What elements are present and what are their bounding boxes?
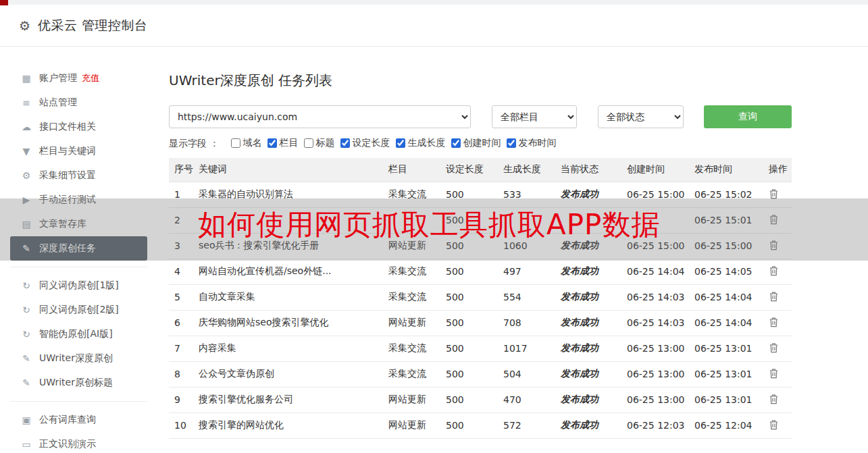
cell-column: 采集交流 [383, 336, 440, 361]
checkbox-input[interactable] [340, 138, 350, 148]
app-window: ⚙ 优采云 管理控制台 ▦账户管理充值≡站点管理☁接口文件相关▼栏目与关键词⚙采… [0, 0, 868, 453]
column-header: 设定长度 [440, 158, 498, 182]
cell-keyword: 搜索引擎优化服务公司 [193, 387, 383, 412]
table-row: 1采集器的自动识别算法采集交流500533发布成功06-25 15:0006-2… [169, 182, 792, 207]
cell-column: 采集交流 [383, 182, 440, 207]
column-filter-select[interactable]: 全部栏目 [492, 105, 577, 128]
sidebar-item[interactable]: ↻智能伪原创[AI版] [10, 322, 147, 346]
cell-actions [763, 207, 792, 233]
cell-created [621, 207, 689, 233]
display-fields-row: 显示字段 ： 域名栏目标题设定长度生成长度创建时间发布时间 [169, 137, 562, 150]
sidebar-item[interactable]: ☁接口文件相关 [10, 115, 147, 139]
sidebar-item-label: 深度原创任务 [39, 242, 96, 255]
refresh-icon: ↻ [19, 329, 34, 340]
checkbox-input[interactable] [231, 138, 240, 148]
delete-icon[interactable] [769, 419, 779, 430]
checkbox-label: 创建时间 [463, 137, 501, 149]
gear-icon[interactable]: ⚙ [19, 18, 30, 33]
display-field-checkbox[interactable]: 域名 [231, 137, 261, 149]
sidebar-item-label: 采集细节设置 [39, 169, 96, 182]
display-field-checkbox[interactable]: 标题 [304, 137, 334, 149]
checkbox-input[interactable] [507, 138, 516, 148]
cell-column: 采集交流 [383, 361, 440, 387]
sidebar-item-label: UWriter深度原创 [39, 352, 113, 365]
checkbox-input[interactable] [304, 138, 313, 148]
cell-actions [763, 412, 792, 438]
cell-status [555, 207, 621, 233]
cell-set_len: 500 [440, 207, 498, 233]
cell-set_len: 500 [440, 259, 498, 284]
sidebar-item[interactable]: ▼栏目与关键词 [10, 139, 147, 163]
cell-status: 发布成功 [555, 336, 621, 361]
edit-icon: ✎ [19, 243, 34, 254]
sidebar-item[interactable]: ▣公有词库查询 [10, 408, 147, 432]
delete-icon[interactable] [769, 368, 779, 379]
delete-icon[interactable] [769, 188, 779, 199]
checkbox-input[interactable] [267, 138, 277, 148]
field-checkbox-group: 域名栏目标题设定长度生成长度创建时间发布时间 [231, 137, 562, 150]
column-header: 操作 [763, 158, 792, 182]
display-field-checkbox[interactable]: 发布时间 [507, 137, 556, 149]
delete-icon[interactable] [769, 342, 779, 353]
cell-set_len: 500 [440, 182, 498, 207]
app-title: 优采云 管理控制台 [38, 17, 148, 34]
delete-icon[interactable] [769, 240, 779, 250]
sidebar-item[interactable]: ↻同义词伪原创[2版] [10, 298, 147, 322]
display-field-checkbox[interactable]: 创建时间 [451, 137, 501, 149]
sidebar-item-label: 站点管理 [39, 97, 77, 109]
sidebar-item[interactable]: ▭正文识别演示 [10, 432, 147, 453]
display-field-checkbox[interactable]: 栏目 [267, 137, 298, 149]
sidebar-item[interactable]: ✎UWriter原创标题 [10, 371, 147, 395]
cell-set_len: 500 [440, 387, 498, 412]
sidebar-item[interactable]: ▤文章暂存库 [10, 212, 147, 236]
cell-gen_len [498, 207, 555, 233]
cell-no: 7 [169, 336, 193, 361]
sidebar-item[interactable]: ≡站点管理 [10, 90, 147, 115]
site-select[interactable]: https://www.ucaiyun.com [169, 105, 471, 128]
sidebar-item-label: 正文识别演示 [39, 438, 96, 450]
query-button[interactable]: 查询 [704, 105, 792, 128]
checkbox-label: 发布时间 [518, 137, 556, 149]
sidebar-item[interactable]: ▶手动运行测试 [10, 188, 147, 212]
sidebar-item[interactable]: ▦账户管理充值 [10, 66, 147, 90]
sidebar-item-label: 接口文件相关 [39, 121, 96, 133]
task-table: 序号关键词栏目设定长度生成长度当前状态创建时间发布时间操作 1采集器的自动识别算… [169, 158, 792, 439]
cell-status: 发布成功 [555, 233, 621, 259]
cell-no: 1 [169, 182, 193, 207]
cell-keyword: 内容采集 [193, 336, 383, 361]
column-header: 当前状态 [555, 158, 621, 182]
display-field-checkbox[interactable]: 设定长度 [340, 137, 390, 149]
status-filter-select[interactable]: 全部状态 [598, 105, 684, 128]
delete-icon[interactable] [769, 214, 779, 225]
column-header: 创建时间 [621, 158, 689, 182]
sidebar-item[interactable]: ✎深度原创任务 [10, 236, 147, 261]
delete-icon[interactable] [769, 317, 779, 327]
cell-actions [763, 284, 792, 310]
sidebar-item-label: 文章暂存库 [39, 218, 86, 230]
cell-created: 06-25 13:00 [621, 336, 689, 361]
delete-icon[interactable] [769, 394, 779, 404]
checkbox-input[interactable] [451, 138, 461, 148]
checkbox-input[interactable] [396, 138, 405, 148]
sidebar-item[interactable]: ✎UWriter深度原创 [10, 346, 147, 371]
delete-icon[interactable] [769, 265, 779, 276]
cell-created: 06-25 15:00 [621, 233, 689, 259]
cell-status: 发布成功 [555, 284, 621, 310]
book-icon: ▣ [19, 415, 34, 425]
refresh-icon: ↻ [19, 280, 34, 291]
table-header-row: 序号关键词栏目设定长度生成长度当前状态创建时间发布时间操作 [169, 158, 792, 182]
cloud-upload-icon: ☁ [19, 122, 34, 132]
cell-set_len: 500 [440, 310, 498, 336]
cell-gen_len: 708 [498, 310, 555, 336]
table-row: 6庆华购物网站seo搜索引擎优化网站更新500708发布成功06-25 14:0… [169, 310, 792, 336]
display-field-checkbox[interactable]: 生成长度 [396, 137, 445, 149]
table-row: 9搜索引擎优化服务公司网站更新500470发布成功06-25 13:0006-2… [169, 387, 792, 412]
checkbox-label: 栏目 [279, 137, 298, 149]
sidebar-item[interactable]: ⚙采集细节设置 [10, 163, 147, 188]
sidebar-item-label: 手动运行测试 [39, 194, 96, 206]
sidebar-divider [10, 401, 147, 402]
table-row: 3seo兵书：搜索引擎优化手册网站更新5001060发布成功06-25 15:0… [169, 233, 792, 259]
sidebar-item[interactable]: ↻同义词伪原创[1版] [10, 273, 147, 298]
recharge-badge[interactable]: 充值 [82, 72, 99, 84]
delete-icon[interactable] [769, 291, 779, 302]
